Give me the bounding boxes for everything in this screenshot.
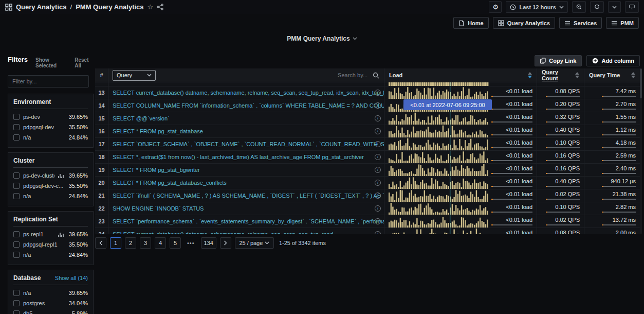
load-sparkline[interactable]: [388, 82, 491, 86]
info-icon[interactable]: i: [375, 128, 381, 134]
filter-checkbox[interactable]: [13, 193, 20, 199]
query-link[interactable]: SHOW ENGINE `INNODB` STATUS: [108, 205, 384, 212]
query-link[interactable]: SELECT `ifnull` ( SCHEMA_NAME , ? ) AS S…: [108, 193, 384, 199]
zoom-out-button[interactable]: [572, 1, 586, 13]
load-sparkline[interactable]: [388, 164, 491, 176]
filter-item-label[interactable]: n/a: [23, 193, 65, 199]
scrollbar-thumb[interactable]: [640, 68, 642, 98]
info-icon[interactable]: i: [375, 218, 381, 224]
query-link[interactable]: SELECT * FROM pg_stat_database: [108, 128, 384, 134]
filter-checkbox[interactable]: [13, 290, 20, 296]
info-icon[interactable]: i: [375, 141, 381, 147]
page-button-3[interactable]: 3: [140, 237, 151, 249]
query-link[interactable]: SELECT COLUMN_NAME FROM `information_sch…: [108, 102, 384, 109]
load-sparkline[interactable]: [388, 189, 491, 202]
query-link[interactable]: SELECT * FROM pg_stat_bgwriter: [108, 167, 384, 173]
refresh-button[interactable]: [590, 1, 604, 13]
dashboard-row-toggle[interactable]: PMM Query Analytics: [287, 35, 357, 42]
info-icon[interactable]: i: [375, 90, 381, 96]
page-button-134[interactable]: 134: [201, 237, 216, 249]
query-link[interactable]: SELECT current_database() datname, schem…: [108, 231, 384, 234]
sort-icon[interactable]: [528, 72, 532, 78]
info-icon[interactable]: i: [375, 115, 381, 121]
query-count-sort-link[interactable]: Query Count: [542, 69, 575, 81]
load-sparkline[interactable]: [388, 202, 491, 215]
filter-checkbox[interactable]: [13, 114, 20, 120]
load-sparkline[interactable]: [388, 151, 491, 163]
load-sparkline[interactable]: [388, 177, 491, 189]
filter-checkbox[interactable]: [13, 310, 20, 314]
page-button-5[interactable]: 5: [170, 237, 181, 249]
info-icon[interactable]: i: [375, 154, 381, 160]
refresh-interval-dropdown[interactable]: [608, 1, 621, 13]
info-icon[interactable]: i: [375, 180, 381, 186]
page-button-1[interactable]: 1: [110, 237, 121, 249]
filter-item-label[interactable]: postgres: [23, 300, 65, 306]
query-link[interactable]: SELECT @@`version`: [108, 115, 384, 121]
load-sparkline[interactable]: [388, 86, 491, 99]
time-range-picker[interactable]: Last 12 hours: [506, 1, 568, 13]
info-icon[interactable]: i: [375, 193, 381, 199]
query-link[interactable]: SELECT current_database() datname, schem…: [108, 90, 384, 96]
quicklink-query-analytics[interactable]: Query Analytics: [493, 17, 555, 29]
page-button-2[interactable]: 2: [125, 237, 136, 249]
filter-search-input[interactable]: [12, 78, 85, 84]
show-selected-link[interactable]: Show Selected: [35, 57, 67, 68]
add-column-button[interactable]: Add column: [586, 55, 640, 66]
filter-checkbox[interactable]: [13, 172, 20, 179]
filter-item-label[interactable]: ps-dev: [23, 114, 65, 120]
filter-item-label[interactable]: pdpgsql-repl1: [23, 241, 65, 248]
query-link[interactable]: SELECT `performance_schema` . `events_st…: [108, 218, 384, 224]
info-icon[interactable]: i: [375, 231, 381, 234]
quicklink-services[interactable]: Services: [559, 17, 602, 29]
bar-chart-icon[interactable]: [58, 173, 64, 178]
load-sort-link[interactable]: Load: [389, 72, 402, 78]
filter-item-label[interactable]: ps-dev-cluster: [23, 172, 54, 179]
prev-page-button[interactable]: [95, 237, 106, 249]
info-icon[interactable]: i: [375, 167, 381, 173]
copy-link-button[interactable]: Copy Link: [535, 55, 582, 66]
breadcrumb-section[interactable]: Query Analytics: [16, 3, 67, 11]
query-link[interactable]: SELECT `OBJECT_SCHEMA` , `OBJECT_NAME` ,…: [108, 141, 384, 147]
load-sparkline[interactable]: [388, 125, 491, 137]
filter-checkbox[interactable]: [13, 300, 20, 306]
filter-checkbox[interactable]: [13, 124, 20, 130]
filter-item-label[interactable]: pdpgsql-dev: [23, 124, 65, 130]
filter-item-label[interactable]: n/a: [23, 134, 65, 141]
sort-icon[interactable]: [631, 72, 635, 78]
filter-checkbox[interactable]: [13, 134, 20, 141]
page-size-select[interactable]: 25 / page: [235, 237, 274, 249]
sort-icon[interactable]: [575, 72, 579, 78]
show-all-link[interactable]: Show all (14): [55, 275, 88, 281]
quicklink-pmm[interactable]: PMM: [606, 17, 639, 29]
page-button-4[interactable]: 4: [155, 237, 166, 249]
filter-checkbox[interactable]: [13, 252, 20, 258]
search-placeholder[interactable]: Search by...: [338, 72, 367, 78]
load-sparkline[interactable]: [388, 215, 491, 228]
load-sparkline[interactable]: [388, 112, 491, 125]
cycle-view-mode-button[interactable]: [625, 1, 639, 13]
dimension-select[interactable]: Query: [113, 70, 156, 81]
info-icon[interactable]: i: [375, 205, 381, 212]
next-page-button[interactable]: [220, 237, 231, 249]
reset-all-link[interactable]: Reset All: [75, 57, 94, 68]
filter-item-label[interactable]: pdpgsql-dev-c...: [23, 183, 65, 189]
query-link[interactable]: SELECT * FROM pg_stat_database_conflicts: [108, 180, 384, 186]
search-icon[interactable]: [373, 72, 379, 79]
load-sparkline[interactable]: [388, 138, 491, 150]
info-icon[interactable]: i: [375, 102, 381, 109]
filter-checkbox[interactable]: [13, 231, 20, 237]
query-time-sort-link[interactable]: Query Time: [589, 72, 620, 78]
filter-item-label[interactable]: db5: [23, 310, 68, 314]
bar-chart-icon[interactable]: [58, 232, 64, 237]
filter-item-label[interactable]: n/a: [23, 252, 65, 258]
filter-item-label[interactable]: n/a: [23, 290, 65, 296]
filter-checkbox[interactable]: [13, 183, 20, 189]
star-icon[interactable]: ☆: [148, 3, 154, 11]
query-link[interactable]: SELECT *, extract($1 from now() - last_a…: [108, 154, 384, 160]
share-icon[interactable]: [157, 4, 163, 10]
dashboard-settings-button[interactable]: ⚙: [489, 1, 502, 13]
filter-checkbox[interactable]: [13, 241, 20, 248]
filter-item-label[interactable]: ps-repl1: [23, 231, 54, 237]
quicklink-home[interactable]: Home: [453, 17, 489, 29]
